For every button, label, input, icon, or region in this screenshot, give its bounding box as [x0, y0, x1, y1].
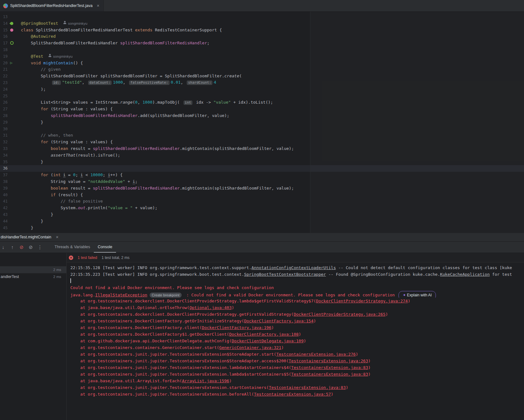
kebab-menu-icon[interactable]: ⋮: [37, 244, 42, 250]
stacktrace-link[interactable]: DockerClientFactory.java:154: [244, 319, 314, 323]
line-number[interactable]: 27: [0, 106, 8, 113]
line-number[interactable]: 19: [0, 53, 8, 60]
error-text: ): [385, 312, 388, 317]
line-number[interactable]: 15: [0, 27, 8, 34]
line-number[interactable]: 21: [0, 66, 8, 73]
prohibit-red-icon[interactable]: ⊘: [19, 244, 24, 250]
line-number[interactable]: 13: [0, 14, 8, 20]
run-configuration-tab[interactable]: disHandlerTest.mightContain ✕: [0, 233, 62, 241]
line-number[interactable]: 41: [0, 198, 8, 205]
line-number[interactable]: 23: [0, 80, 8, 86]
line-number[interactable]: 33: [0, 145, 8, 152]
line-number[interactable]: 37: [0, 172, 8, 178]
stacktrace-link[interactable]: IllegalStateException: [95, 293, 147, 297]
test-duration: 2 ms: [53, 275, 61, 279]
console-output[interactable]: 22:15:35.128 [Test worker] INFO org.spri…: [67, 262, 524, 420]
line-number[interactable]: 16: [0, 33, 8, 40]
run-tool-window: disHandlerTest.mightContain ✕ ↓↑⊘⊘⋮ Thre…: [0, 233, 524, 420]
code-text: ;: [207, 41, 210, 45]
tab-console[interactable]: Console: [94, 242, 116, 253]
line-number[interactable]: 32: [0, 139, 8, 145]
line-number[interactable]: 43: [0, 211, 8, 218]
test-tree-row[interactable]: andlerTest2 ms: [0, 273, 66, 280]
console-line: at org.testcontainers.DockerClientFactor…: [70, 324, 524, 331]
explain-with-ai-button[interactable]: Explain with AI: [398, 291, 436, 298]
number-literal: 10000: [90, 172, 103, 177]
stacktrace-link[interactable]: Optional.java:403: [190, 305, 232, 310]
stacktrace-link[interactable]: TestcontainersExtension.java:83: [291, 372, 368, 377]
close-run-tab-icon[interactable]: ✕: [56, 235, 59, 239]
stacktrace-link[interactable]: TestcontainersExtension.java:57: [254, 392, 331, 397]
code-editor[interactable]: 1314@SpringBootTestsongminkyu15class Spl…: [0, 12, 524, 233]
class-link[interactable]: AnnotationConfigContextLoaderUtils: [251, 265, 336, 270]
line-number[interactable]: 38: [0, 178, 8, 185]
string-literal: "testId": [62, 80, 82, 85]
arrow-up-icon[interactable]: ↑: [10, 244, 15, 250]
stacktrace-link[interactable]: TestcontainersExtension.java:276: [276, 352, 356, 357]
keyword-text: boolean: [21, 146, 71, 151]
error-text: ): [304, 339, 306, 343]
line-number[interactable]: 36: [0, 165, 8, 172]
line-number[interactable]: 39: [0, 185, 8, 192]
close-tab-icon[interactable]: ✕: [97, 4, 100, 8]
line-number[interactable]: 29: [0, 119, 8, 126]
line-number[interactable]: 24: [0, 86, 8, 93]
log-text: -- Found @SpringBootConfiguration kuke.c…: [326, 272, 440, 277]
arrow-down-icon[interactable]: ↓: [1, 244, 6, 250]
test-class-icon[interactable]: [8, 27, 21, 34]
stacktrace-link[interactable]: DockerClientDelegate.java:109: [232, 339, 304, 343]
line-number[interactable]: 35: [0, 159, 8, 165]
code-content: );: [21, 86, 46, 93]
console-caret: [70, 278, 71, 283]
line-number[interactable]: 18: [0, 47, 8, 53]
line-number[interactable]: 20: [0, 60, 8, 67]
line-number[interactable]: 42: [0, 205, 8, 211]
code-text: (: [239, 74, 242, 78]
class-link[interactable]: SpringBootTestContextBootstrapper: [244, 272, 326, 277]
line-number[interactable]: 30: [0, 126, 8, 132]
stacktrace-link[interactable]: DockerClientProviderStrategy.java:265: [294, 312, 385, 317]
code-text: .add(splitShardedBloomFilter, value);: [138, 113, 230, 118]
stacktrace-link[interactable]: TestcontainersExtension.java:83: [291, 365, 368, 370]
stacktrace-link[interactable]: DockerClientFactory.java:108: [229, 332, 299, 337]
code-text: i: [108, 172, 110, 177]
author-code-vision[interactable]: songminkyu: [48, 53, 72, 60]
line-number[interactable]: 25: [0, 93, 8, 100]
error-text: ): [314, 319, 316, 323]
line-number[interactable]: 17: [0, 40, 8, 47]
prohibit-icon[interactable]: ⊘: [28, 244, 33, 250]
line-number[interactable]: 22: [0, 73, 8, 80]
spring-bean-icon[interactable]: [8, 40, 21, 47]
line-number[interactable]: 14: [0, 20, 8, 27]
console-line: 22:15:35.223 [Test worker] INFO org.spri…: [70, 271, 524, 278]
stacktrace-link[interactable]: TestcontainersExtension.java:263: [289, 359, 368, 363]
author-code-vision[interactable]: songminkyu: [63, 20, 87, 27]
console-line: [70, 278, 524, 284]
stacktrace-link[interactable]: ArrayList.java:1596: [182, 378, 229, 383]
stacktrace-link[interactable]: DockerClientProviderStrategy.java:274: [316, 299, 408, 303]
line-number[interactable]: 28: [0, 113, 8, 119]
field-reference: splitShardedBloomFilterRedisHandler: [93, 146, 180, 151]
stacktrace-link[interactable]: DockerClientFactory.java:196: [202, 325, 271, 330]
run-test-icon[interactable]: [8, 60, 21, 66]
tests-total-label: 1 test total, 2 ms: [101, 255, 129, 260]
line-number[interactable]: 40: [0, 192, 8, 198]
code-text: .mightContain(splitShardedBloomFilter, v…: [180, 146, 294, 151]
stacktrace-link[interactable]: GenericContainer.java:321: [219, 345, 281, 350]
static-method-call: assertThat: [51, 153, 75, 158]
console-line: at org.testcontainers.junit.jupiter.Test…: [70, 384, 524, 391]
line-number[interactable]: 44: [0, 218, 8, 225]
tab-threads-variables[interactable]: Threads & Variables: [51, 242, 94, 253]
line-number[interactable]: 34: [0, 152, 8, 159]
code-text: [21, 80, 51, 85]
class-link[interactable]: KukeCacheApplication: [440, 272, 490, 277]
line-number[interactable]: 26: [0, 99, 8, 106]
line-number[interactable]: 45: [0, 225, 8, 231]
editor-tab[interactable]: SplitShardedBloomFilterRedisHandlerTest.…: [0, 0, 104, 11]
line-number[interactable]: 31: [0, 132, 8, 139]
test-tree-row[interactable]: 2 ms: [0, 266, 66, 273]
number-literal: 0: [135, 100, 138, 105]
spring-boot-icon[interactable]: [8, 21, 21, 27]
create-breakpoint-chip[interactable]: Create breakpoint: [150, 293, 182, 298]
stacktrace-link[interactable]: TestcontainersExtension.java:83: [269, 385, 346, 390]
